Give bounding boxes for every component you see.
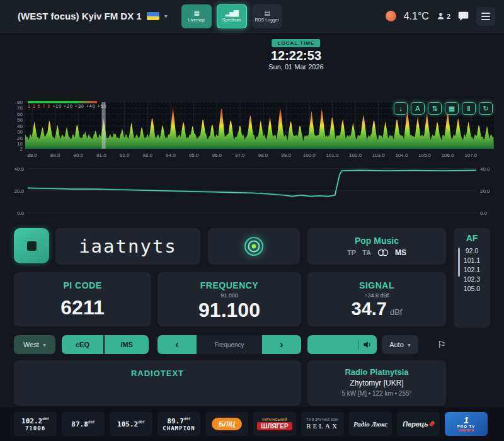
af-list-container: 92.0101.1102.1102.3105.0	[454, 246, 490, 294]
volume-slider[interactable]	[307, 335, 377, 354]
hamburger-icon	[481, 13, 490, 14]
ceq-button[interactable]: cEQ	[62, 335, 103, 354]
volume-divider	[358, 340, 358, 350]
tune-down-button[interactable]: ‹	[158, 335, 197, 354]
svg-text:30: 30	[17, 129, 23, 135]
stereo-icon	[377, 249, 389, 256]
menu-button[interactable]	[476, 7, 495, 26]
preset-3[interactable]: 105.2dBf	[110, 412, 152, 436]
ps-card: iaatnyts	[55, 228, 200, 265]
report-flag-button[interactable]: ⚐	[433, 336, 450, 353]
chat-button[interactable]	[458, 11, 469, 21]
svg-text:106.0: 106.0	[442, 152, 455, 158]
spectrum-button[interactable]: ▂▅▇Spectrum	[217, 4, 247, 28]
preset-6[interactable]: УКРАЇНСЬКИЙШЛЯГЕР	[253, 412, 296, 436]
af-scrollbar[interactable]	[458, 248, 460, 277]
local-date: Sun, 01 Mar 2026	[268, 63, 323, 71]
svg-text:94.0: 94.0	[166, 152, 176, 158]
svg-text:89.0: 89.0	[50, 152, 60, 158]
svg-text:101.0: 101.0	[326, 152, 339, 158]
antenna-select[interactable]: West ▾	[14, 335, 55, 354]
speaker-icon	[363, 341, 372, 348]
fm-dx-app: (WEST focus) Kyiv FM DX 1 ▾ ▦Livemap▂▅▇S…	[0, 0, 504, 441]
radiotext-label: RADIOTEXT	[14, 369, 301, 378]
refresh-button[interactable]: ↻	[479, 102, 493, 115]
tp-flag: TP	[347, 249, 356, 256]
ps-name: iaatnyts	[79, 236, 177, 257]
svg-text:0.0: 0.0	[480, 210, 488, 216]
livemap-button-icon: ▦	[193, 10, 198, 16]
preset-7[interactable]: ТИ В ЗРУЧНІЙ ЗОНІRELAX	[301, 412, 344, 436]
stepper-label: Frequency	[197, 335, 262, 354]
svg-text:92.0: 92.0	[120, 152, 130, 158]
chevron-down-icon: ▾	[164, 13, 168, 20]
svg-text:104.0: 104.0	[395, 152, 408, 158]
frequency-card: FREQUENCY 91.000 91.100	[158, 272, 301, 326]
svg-text:90.0: 90.0	[74, 152, 84, 158]
station-location: Zhytomyr [UKR]	[307, 379, 446, 387]
preset-2[interactable]: 87.8dBf	[62, 412, 105, 436]
pi-value: 6211	[14, 296, 151, 319]
preset-10[interactable]: 1PRO TVНОВИНИ	[445, 412, 488, 436]
svg-text:0.0: 0.0	[17, 210, 25, 216]
audio-card[interactable]	[208, 228, 300, 265]
spectrum-button-icon: ▂▅▇	[226, 10, 238, 16]
af-card: AF 92.0101.1102.1102.3105.0	[454, 228, 490, 328]
pause-button[interactable]: Ⅱ	[462, 102, 476, 115]
rds-logger-button-icon: ▤	[264, 10, 269, 16]
auto-mode-value: Auto	[389, 341, 404, 348]
tune-up-button[interactable]: ›	[262, 335, 301, 354]
topbar-right: 4.1°C 2	[386, 7, 495, 26]
pi-label: PI CODE	[14, 280, 151, 290]
signal-label: SIGNAL	[307, 280, 446, 290]
svg-text:50: 50	[17, 117, 23, 123]
autoscale-button[interactable]: A	[411, 102, 425, 115]
ims-button[interactable]: iMS	[105, 335, 149, 354]
spectrum-panel: 1 3 5 7 9 +10 +20 +30 +40 +50 ↓A⇅▦Ⅱ↻ 807…	[6, 98, 498, 161]
spectrum-toolbar: ↓A⇅▦Ⅱ↻	[394, 102, 493, 115]
svg-text:88.0: 88.0	[27, 152, 37, 158]
svg-text:2: 2	[20, 146, 23, 152]
ms-flag: MS	[395, 248, 406, 257]
svg-text:20.0: 20.0	[480, 188, 490, 194]
download-button[interactable]: ↓	[394, 102, 408, 115]
svg-text:95.0: 95.0	[189, 152, 199, 158]
livemap-button-label: Livemap	[188, 18, 204, 22]
preset-1[interactable]: 102.2dBf71006	[14, 412, 57, 436]
signal-peak: ↑34.8 dBf	[307, 292, 446, 299]
frequency-exact: 91.000	[158, 292, 301, 299]
ta-flag: TA	[362, 249, 371, 256]
pty-card: Pop Music TP TA MS	[307, 228, 446, 265]
signal-graph-panel: 40.040.020.020.00.00.0	[6, 161, 498, 222]
graph-mode-button[interactable]: ▦	[445, 102, 459, 115]
chevron-down-icon: ▾	[408, 341, 411, 348]
svg-text:60: 60	[17, 112, 23, 117]
preset-4[interactable]: 89.7dBfCHAMPION	[158, 412, 200, 436]
preset-9[interactable]: Перець	[397, 412, 440, 436]
signal-card: SIGNAL ↑34.8 dBf 34.7dBf	[307, 272, 446, 326]
pi-card: PI CODE 6211	[14, 272, 151, 326]
local-time-badge: LOCAL TIME	[272, 39, 321, 47]
swap-axis-button[interactable]: ⇅	[428, 102, 442, 115]
svg-text:70: 70	[17, 105, 23, 111]
af-item[interactable]: 105.0	[454, 284, 490, 294]
server-selector[interactable]: (WEST focus) Kyiv FM DX 1 ▾	[18, 11, 168, 21]
svg-text:107.0: 107.0	[464, 152, 478, 158]
preset-8[interactable]: Радіо Люкс	[349, 412, 392, 436]
auto-mode-select[interactable]: Auto ▾	[382, 335, 418, 354]
preset-5[interactable]: БЛІЦ	[205, 412, 248, 436]
frequency-label: FREQUENCY	[158, 280, 301, 290]
server-title: (WEST focus) Kyiv FM DX 1	[18, 11, 142, 21]
rds-logger-button[interactable]: ▤RDS Logger	[252, 4, 282, 28]
signal-unit: dBf	[390, 307, 403, 317]
chevron-down-icon: ▾	[43, 341, 46, 348]
station-card: Radio Piatnytsia Zhytomyr [UKR] 5 kW [M]…	[307, 360, 446, 406]
top-bar: (WEST focus) Kyiv FM DX 1 ▾ ▦Livemap▂▅▇S…	[0, 0, 504, 33]
play-stop-button[interactable]	[14, 228, 49, 263]
main-area: iaatnyts Pop Music TP TA MS AF	[0, 226, 504, 407]
station-name: Radio Piatnytsia	[307, 367, 446, 377]
svg-text:20.0: 20.0	[14, 188, 24, 194]
livemap-button[interactable]: ▦Livemap	[181, 4, 212, 28]
legend-primary: 1 3 5 7 9	[28, 104, 50, 108]
rds-flags: TP TA MS	[347, 248, 406, 257]
